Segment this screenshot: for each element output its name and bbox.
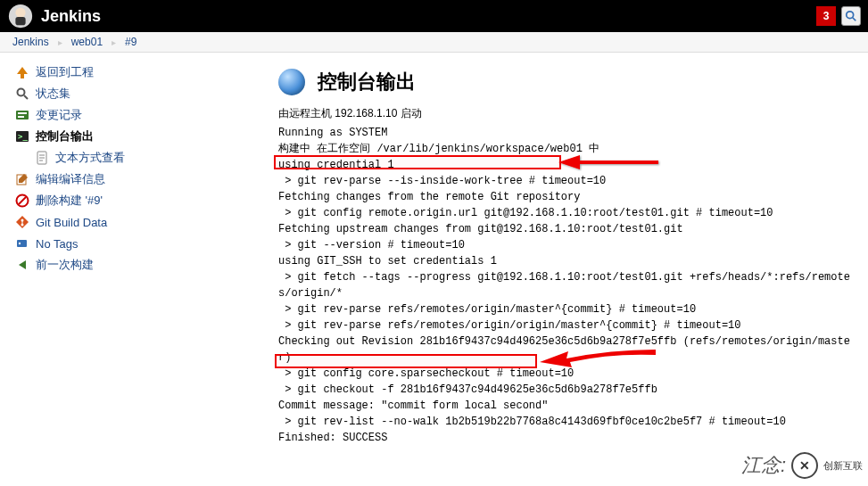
console-line: > git --version # timeout=10 — [278, 237, 859, 253]
chevron-right-icon: ▸ — [112, 37, 116, 47]
svg-rect-22 — [17, 240, 27, 247]
breadcrumb-item-job[interactable]: web01 — [71, 36, 103, 48]
svg-text:>_: >_ — [18, 132, 28, 141]
brand-title[interactable]: Jenkins — [41, 7, 101, 26]
sidebar-item-notags[interactable]: No Tags — [12, 233, 157, 254]
search-icon — [14, 86, 30, 102]
sidebar-item-label: 返回到工程 — [36, 64, 94, 80]
console-line: > git checkout -f 281b16f9437c94d49625e3… — [278, 382, 859, 398]
console-line: using credential 1 — [278, 157, 859, 173]
sidebar-item-console[interactable]: >_控制台输出 — [12, 126, 157, 147]
svg-point-1 — [15, 8, 25, 18]
svg-point-3 — [847, 12, 854, 19]
chevron-right-icon: ▸ — [58, 37, 62, 47]
console-line: using GIT_SSH to set credentials 1 — [278, 253, 859, 269]
svg-rect-7 — [16, 111, 29, 119]
sidebar-item-label: 前一次构建 — [36, 257, 94, 273]
console-output: Running as SYSTEM构建中 在工作空间 /var/lib/jenk… — [278, 125, 859, 446]
page-title-text: 控制台输出 — [318, 69, 416, 95]
sidebar-item-label: 编辑编译信息 — [36, 171, 105, 187]
console-line: > git fetch --tags --progress git@192.16… — [278, 269, 859, 301]
tag-icon — [14, 235, 30, 251]
console-line: > git config remote.origin.url git@192.1… — [278, 205, 859, 221]
sidebar-item-label: 状态集 — [36, 86, 70, 102]
sidebar: 返回到工程状态集变更记录>_控制台输出文本方式查看编辑编译信息删除构建 '#9'… — [0, 53, 161, 455]
app-header: Jenkins 3 — [0, 0, 868, 32]
watermark-logo-icon: ✕ — [791, 452, 818, 479]
console-line: > git config core.sparsecheckout # timeo… — [278, 366, 859, 382]
console-line: > git rev-parse --is-inside-work-tree # … — [278, 173, 859, 189]
console-line: > git rev-parse refs/remotes/origin/orig… — [278, 317, 859, 334]
console-line: > git rev-list --no-walk 1b2b519b22b7768… — [278, 414, 859, 430]
console-line: Fetching changes from the remote Git rep… — [278, 189, 859, 205]
console-line: Running as SYSTEM — [278, 125, 859, 141]
sidebar-item-prev[interactable]: 前一次构建 — [12, 254, 157, 276]
sidebar-item-label: 控制台输出 — [36, 128, 94, 144]
page-title: 控制台输出 — [278, 69, 859, 95]
console-line: Commit message: "commit form local secon… — [278, 398, 859, 414]
sidebar-item-editinfo[interactable]: 编辑编译信息 — [12, 169, 157, 190]
magnifier-icon — [845, 10, 857, 22]
delete-icon — [14, 193, 30, 209]
sidebar-item-label: 文本方式查看 — [55, 150, 125, 166]
sidebar-item-plaintext[interactable]: 文本方式查看 — [12, 147, 157, 169]
watermark-name: 江念: — [741, 452, 786, 479]
sidebar-item-status[interactable]: 状态集 — [12, 83, 157, 104]
status-orb-icon — [278, 69, 305, 95]
svg-line-6 — [24, 95, 28, 99]
watermark-brand: 创新互联 — [823, 459, 863, 473]
console-line: Checking out Revision 281b16f9437c94d496… — [278, 334, 859, 366]
sidebar-item-label: No Tags — [36, 237, 78, 251]
svg-line-18 — [19, 197, 26, 204]
watermark: 江念: ✕ 创新互联 — [741, 452, 863, 479]
svg-rect-8 — [18, 112, 27, 114]
sidebar-item-label: 变更记录 — [36, 107, 82, 123]
jenkins-logo-icon — [7, 3, 34, 29]
sidebar-item-gitdata[interactable]: Git Build Data — [12, 211, 157, 233]
svg-rect-9 — [18, 116, 24, 118]
main-content: 控制台输出 由远程主机 192.168.1.10 启动 Running as S… — [161, 53, 868, 455]
notification-count-badge[interactable]: 3 — [816, 6, 836, 26]
git-icon — [14, 214, 30, 230]
document-icon — [34, 150, 50, 166]
console-icon: >_ — [14, 128, 30, 144]
sidebar-item-delete[interactable]: 删除构建 '#9' — [12, 190, 157, 211]
breadcrumb-item-build[interactable]: #9 — [125, 36, 136, 48]
breadcrumb: Jenkins ▸ web01 ▸ #9 — [0, 32, 868, 53]
prev-icon — [14, 257, 30, 273]
console-line: Finished: SUCCESS — [278, 430, 859, 446]
up-arrow-icon — [14, 64, 30, 80]
sidebar-item-label: Git Build Data — [36, 216, 107, 229]
svg-line-4 — [853, 18, 856, 21]
console-line: 构建中 在工作空间 /var/lib/jenkins/workspace/web… — [278, 141, 859, 157]
sidebar-item-changes[interactable]: 变更记录 — [12, 104, 157, 126]
breadcrumb-item-jenkins[interactable]: Jenkins — [12, 36, 49, 48]
console-line: Fetching upstream changes from git@192.1… — [278, 221, 859, 237]
svg-point-23 — [19, 243, 21, 244]
svg-rect-2 — [15, 17, 25, 25]
console-line: > git rev-parse refs/remotes/origin/mast… — [278, 301, 859, 317]
sidebar-item-label: 删除构建 '#9' — [36, 193, 103, 209]
sidebar-item-back[interactable]: 返回到工程 — [12, 62, 157, 83]
svg-point-5 — [18, 89, 25, 96]
search-button[interactable] — [841, 6, 861, 26]
edit-icon — [14, 171, 30, 187]
changes-icon — [14, 107, 30, 123]
build-started-by: 由远程主机 192.168.1.10 启动 — [278, 106, 859, 121]
